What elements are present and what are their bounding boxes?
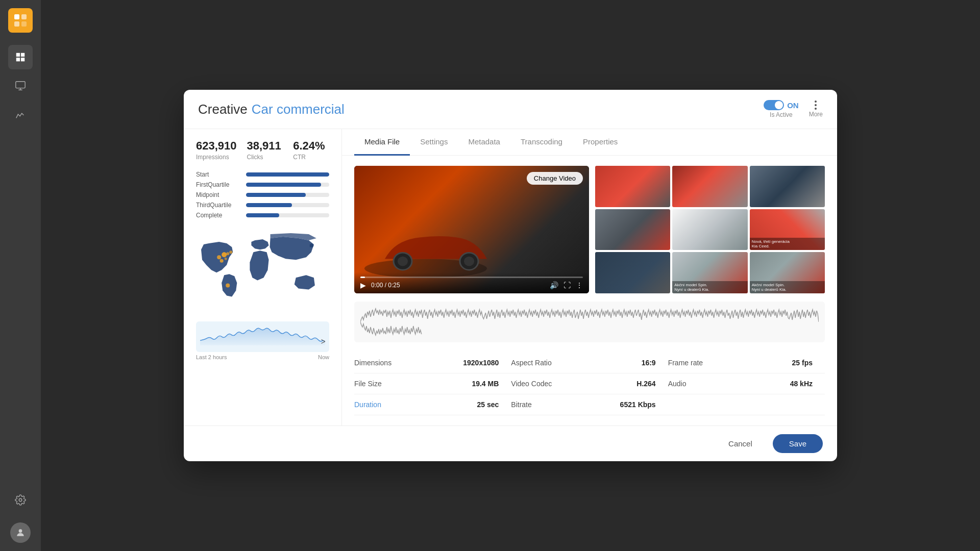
info-col: File Size19.4 MB [354, 373, 511, 394]
progress-row: ThirdQuartile [196, 202, 329, 209]
thumbnail-8[interactable]: Akční model Spin.Nyní u dealerů Kia. [672, 252, 747, 293]
progress-label: Start [196, 171, 242, 178]
thumb-label-6: Nová, třetí generáciaKia Ceed. [750, 238, 825, 250]
info-label: Bitrate [511, 400, 531, 409]
svg-rect-2 [14, 21, 19, 27]
info-col: Dimensions1920x1080 [354, 353, 511, 373]
progress-label: FirstQuartile [196, 181, 242, 188]
progress-bar-fill [246, 213, 279, 217]
sparkline-label-right: Now [318, 354, 329, 360]
more-video-icon[interactable]: ⋮ [576, 281, 583, 289]
toggle-on-label: ON [787, 101, 799, 110]
sidebar-item-analytics[interactable] [8, 102, 33, 127]
progress-bar-fill [246, 183, 321, 187]
info-col: Audio48 kHz [668, 373, 825, 394]
info-label: File Size [354, 380, 382, 388]
thumbnail-6[interactable]: Nová, třetí generáciaKia Ceed. [750, 209, 825, 251]
info-col: Aspect Ratio16:9 [511, 353, 668, 373]
svg-point-16 [398, 257, 408, 266]
progress-row: FirstQuartile [196, 181, 329, 188]
thumbnail-4[interactable] [595, 209, 670, 251]
stat-ctr: 6.24% CTR [293, 139, 329, 161]
save-button[interactable]: Save [773, 434, 823, 453]
info-value: 980x551 [463, 359, 499, 367]
thumbnail-2[interactable] [672, 166, 747, 207]
tab-content-media-file: Change Video ▶ 0:00 / 0:25 🔊 [342, 156, 837, 425]
more-button[interactable]: More [809, 101, 823, 118]
progress-bar-container [246, 203, 329, 207]
thumbnails-grid: Nová, třetí generáciaKia Ceed. Akční mod… [595, 166, 825, 293]
video-progress-bar[interactable] [360, 277, 583, 278]
modal-title-dynamic: Car commercial [252, 102, 345, 117]
sidebar-item-monitor[interactable] [8, 73, 33, 98]
tab-transcoding[interactable]: Transcoding [510, 129, 573, 156]
info-value: 25 fps [792, 359, 813, 367]
media-row: Change Video ▶ 0:00 / 0:25 🔊 [354, 166, 825, 293]
progress-bar-container [246, 183, 329, 187]
progress-bar-fill [246, 193, 306, 197]
clicks-label: Clicks [247, 154, 283, 161]
time-display: 0:00 / 0:25 [371, 282, 400, 289]
svg-point-8 [217, 255, 221, 259]
modal-footer: Cancel Save [184, 425, 837, 461]
progress-section: Start FirstQuartile Midpoint ThirdQuarti… [196, 171, 329, 219]
thumbnail-7[interactable] [595, 252, 670, 293]
volume-icon[interactable]: 🔊 [550, 281, 558, 289]
thumbnail-5[interactable] [672, 209, 747, 251]
toggle-thumb [775, 101, 783, 109]
info-col: Frame rate25 fps [668, 353, 825, 373]
svg-rect-3 [21, 21, 27, 27]
info-value: 25 sec [477, 400, 499, 409]
progress-label: Complete [196, 212, 242, 219]
change-video-button[interactable]: Change Video [527, 172, 583, 185]
sidebar-logo[interactable] [8, 8, 33, 33]
sidebar-item-dashboard[interactable] [8, 45, 33, 69]
more-dots-icon [815, 101, 817, 110]
sidebar-item-settings[interactable] [8, 488, 33, 512]
thumbnail-9[interactable]: Akční model Spin.Nyní u dealerů Kia. [750, 252, 825, 293]
info-col: Bitrate6521 Kbps [511, 394, 668, 415]
info-label: Video Codec [511, 380, 552, 388]
svg-point-13 [226, 283, 230, 287]
thumb-label-8: Akční model Spin.Nyní u dealerů Kia. [672, 281, 747, 293]
cancel-button[interactable]: Cancel [716, 434, 765, 453]
tab-properties[interactable]: Properties [573, 129, 628, 156]
toggle-track[interactable] [764, 100, 784, 110]
toggle-sublabel: Is Active [770, 111, 793, 118]
info-label: Frame rate [668, 359, 703, 367]
info-value: 19.4 MB [472, 380, 499, 388]
info-value: 48 kHz [790, 380, 813, 388]
progress-bar-container [246, 193, 329, 197]
ctr-label: CTR [293, 154, 329, 161]
tab-media-file[interactable]: Media File [354, 129, 410, 156]
progress-row: Start [196, 171, 329, 178]
progress-row: Complete [196, 212, 329, 219]
modal-title-static: Creative [198, 102, 248, 117]
tab-settings[interactable]: Settings [410, 129, 458, 156]
thumbnail-1[interactable] [595, 166, 670, 207]
user-avatar[interactable] [10, 522, 31, 543]
sidebar [0, 0, 41, 551]
fullscreen-icon[interactable]: ⛶ [564, 281, 571, 289]
thumbnail-3[interactable] [750, 166, 825, 207]
video-player[interactable]: Change Video ▶ 0:00 / 0:25 🔊 [354, 166, 589, 293]
video-controls: ▶ 0:00 / 0:25 🔊 ⛶ ⋮ [354, 272, 589, 293]
info-col [668, 394, 825, 415]
svg-point-7 [222, 252, 227, 257]
svg-rect-0 [14, 14, 19, 19]
info-label: Dimensions [354, 359, 391, 367]
tab-metadata[interactable]: Metadata [458, 129, 510, 156]
progress-bar-fill [246, 172, 329, 177]
media-info-table: Dimensions1920x1080Aspect Ratio16:9Frame… [354, 353, 825, 415]
modal: Creative Car commercial ON Is Active [184, 90, 837, 461]
progress-bar-fill [246, 203, 292, 207]
sparkline-chart [196, 321, 329, 352]
more-label: More [809, 111, 823, 118]
active-toggle[interactable]: ON Is Active [764, 100, 799, 118]
ctr-value: 6.24% [293, 139, 329, 153]
clicks-value: 38,911 [247, 139, 283, 153]
stat-clicks: 38,911 Clicks [247, 139, 283, 161]
play-icon[interactable]: ▶ [360, 281, 366, 289]
svg-rect-4 [16, 82, 25, 88]
info-col: Video CodecH.264 [511, 373, 668, 394]
